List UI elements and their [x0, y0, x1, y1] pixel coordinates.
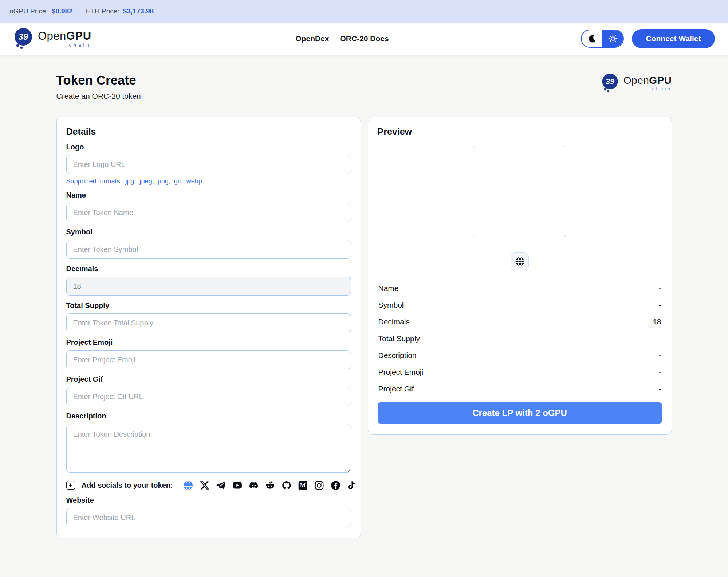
socials-row: + Add socials to your token:: [66, 480, 351, 490]
website-url-input[interactable]: [66, 508, 351, 527]
ogpu-price-value: $0.982: [52, 7, 73, 15]
create-lp-button[interactable]: Create LP with 2 oGPU: [378, 402, 662, 424]
facebook-icon[interactable]: [331, 480, 341, 490]
logo-url-input[interactable]: [66, 155, 351, 174]
preview-row-project-emoji: Project Emoji -: [378, 364, 662, 381]
page-title: Token Create: [56, 73, 141, 87]
total-supply-input[interactable]: [66, 313, 351, 332]
description-textarea[interactable]: [66, 424, 351, 473]
tiktok-icon[interactable]: [347, 480, 357, 490]
ogpu-price-label: oGPU Price:: [9, 7, 48, 15]
eth-price-value: $3,173.98: [123, 7, 154, 15]
project-emoji-input[interactable]: [66, 350, 351, 369]
github-icon[interactable]: [282, 480, 291, 490]
preview-panel: Preview Name - Symbol -: [368, 117, 672, 435]
decimals-input: [66, 277, 351, 296]
medium-icon[interactable]: M: [298, 480, 308, 490]
youtube-icon[interactable]: [232, 480, 242, 490]
nav-link-opendex[interactable]: OpenDex: [295, 34, 329, 43]
nav-link-orc20-docs[interactable]: ORC-20 Docs: [340, 34, 389, 43]
description-label: Description: [66, 412, 351, 420]
project-gif-label: Project Gif: [66, 375, 351, 383]
token-image-placeholder: [473, 146, 566, 237]
svg-text:39: 39: [19, 32, 28, 42]
eth-price-label: ETH Price:: [86, 7, 119, 15]
brand-text: OpenGPU chain: [38, 30, 91, 47]
globe-icon[interactable]: [183, 480, 193, 490]
connect-wallet-button[interactable]: Connect Wallet: [632, 29, 715, 48]
main-content: Token Create Create an ORC-20 token 39 O…: [56, 55, 672, 538]
token-symbol-input[interactable]: [66, 240, 351, 259]
logo-formats-helper: Supported formats: .jpg, .jpeg, .png, .g…: [66, 178, 351, 185]
decimals-label: Decimals: [66, 265, 351, 273]
dark-mode-option[interactable]: [582, 30, 602, 47]
website-link-button[interactable]: [511, 252, 529, 270]
instagram-icon[interactable]: [314, 480, 324, 490]
details-heading: Details: [66, 126, 351, 137]
moon-icon: [587, 34, 597, 43]
logo-label: Logo: [66, 143, 351, 151]
brand-logo[interactable]: 39 OpenGPU chain: [13, 27, 91, 50]
main-header: 39 OpenGPU chain OpenDex ORC-20 Docs: [0, 23, 728, 55]
reddit-icon[interactable]: [265, 480, 275, 490]
header-actions: Connect Wallet: [581, 29, 715, 48]
telegram-icon[interactable]: [216, 480, 226, 490]
opengpu-logo-icon: 39: [13, 27, 34, 50]
x-twitter-icon[interactable]: [200, 480, 209, 490]
token-name-input[interactable]: [66, 203, 351, 222]
title-row: Token Create Create an ORC-20 token 39 O…: [56, 73, 672, 101]
brand-subtitle: chain: [38, 43, 91, 47]
globe-icon: [515, 257, 525, 266]
page-subtitle: Create an ORC-20 token: [56, 92, 141, 101]
project-gif-input[interactable]: [66, 387, 351, 406]
main-nav: OpenDex ORC-20 Docs: [295, 34, 389, 43]
light-mode-option[interactable]: [602, 30, 623, 47]
name-label: Name: [66, 191, 351, 199]
opengpu-logo-icon: 39: [601, 73, 619, 93]
preview-row-symbol: Symbol -: [378, 297, 662, 313]
theme-toggle[interactable]: [581, 30, 624, 48]
brand-name-bold: GPU: [66, 30, 91, 42]
total-supply-label: Total Supply: [66, 301, 351, 310]
discord-icon[interactable]: [249, 480, 259, 490]
details-panel: Details Logo Supported formats: .jpg, .j…: [56, 117, 361, 538]
add-social-icon[interactable]: +: [66, 481, 75, 490]
preview-row-decimals: Decimals 18: [378, 313, 662, 330]
socials-label: Add socials to your token:: [82, 481, 173, 490]
price-ticker-bar: oGPU Price: $0.982 ETH Price: $3,173.98: [0, 0, 728, 23]
preview-row-total-supply: Total Supply -: [378, 330, 662, 347]
website-label: Website: [66, 496, 351, 504]
brand-name-regular: Open: [38, 30, 66, 42]
project-emoji-label: Project Emoji: [66, 338, 351, 347]
watermark-logo: 39 OpenGPU chain: [601, 73, 672, 93]
svg-text:M: M: [300, 482, 306, 488]
preview-row-description: Description -: [378, 347, 662, 364]
symbol-label: Symbol: [66, 228, 351, 236]
preview-row-name: Name -: [378, 280, 662, 297]
preview-heading: Preview: [378, 126, 662, 137]
preview-row-project-gif: Project Gif -: [378, 381, 662, 397]
svg-text:39: 39: [606, 77, 614, 86]
sun-icon: [608, 34, 618, 43]
